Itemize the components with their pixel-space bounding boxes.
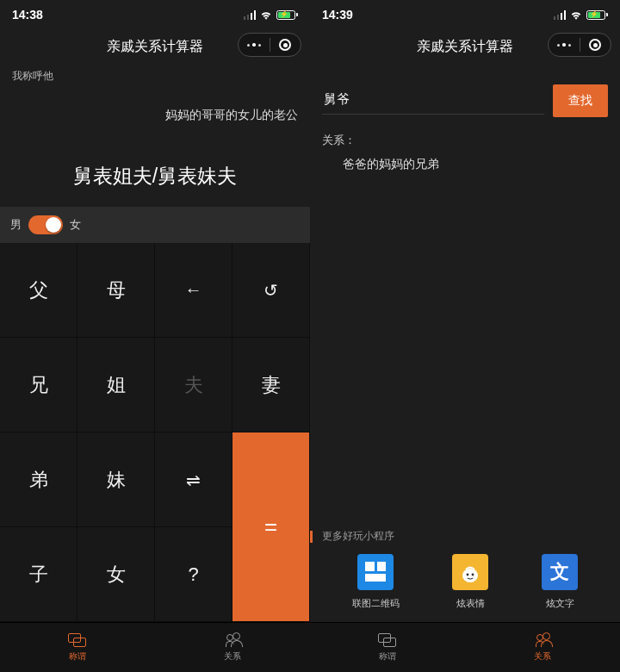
keypad: 父 母 ← ↺ 兄 姐 夫 妻 弟 妹 ⇌ = 子 女 ?	[0, 243, 310, 622]
key-younger-sister[interactable]: 妹	[78, 432, 155, 527]
status-indicators: ⚡	[244, 10, 299, 20]
tab-bar: 称谓 关系	[0, 622, 310, 672]
tab-guanxi[interactable]: 关系	[155, 623, 310, 672]
miniprogram-capsule[interactable]	[238, 33, 301, 57]
status-bar: 14:38 ⚡	[0, 0, 310, 29]
signal-icon	[554, 10, 567, 20]
page-title: 亲戚关系计算器	[417, 38, 513, 56]
tab-label: 关系	[224, 650, 241, 663]
prompt-label: 我称呼他	[12, 69, 298, 84]
text-icon: 文	[542, 554, 578, 590]
app-label: 炫文字	[546, 597, 574, 610]
status-bar: 14:39 ⚡	[310, 0, 620, 29]
wifi-icon	[570, 10, 582, 20]
key-son[interactable]: 子	[0, 527, 78, 622]
search-button[interactable]: 查找	[553, 84, 608, 117]
more-apps-heading: 更多好玩小程序	[322, 529, 608, 544]
tab-label: 关系	[534, 650, 551, 663]
battery-icon: ⚡	[276, 10, 298, 20]
miniprogram-capsule[interactable]	[548, 33, 611, 57]
app-xuan-biaoqing[interactable]: 炫表情	[452, 554, 488, 610]
app-label: 炫表情	[456, 597, 485, 610]
chat-icon	[68, 633, 87, 649]
status-indicators: ⚡	[554, 10, 609, 20]
key-mother[interactable]: 母	[78, 243, 155, 338]
screen-guanxi: 14:39 ⚡ 亲戚关系计算器 查找 关系： 爸爸的妈妈的兄	[310, 0, 620, 672]
people-icon	[536, 633, 552, 649]
svg-point-0	[462, 569, 478, 582]
gender-switch[interactable]	[28, 215, 63, 234]
people-icon	[226, 633, 242, 649]
tab-bar: 称谓 关系	[310, 622, 620, 672]
svg-point-2	[472, 574, 474, 576]
search-row: 查找	[322, 84, 608, 117]
search-input[interactable]	[322, 87, 544, 115]
key-husband[interactable]: 夫	[155, 338, 232, 432]
wifi-icon	[260, 10, 272, 20]
status-time: 14:39	[322, 8, 353, 22]
key-father[interactable]: 父	[0, 243, 78, 338]
svg-point-1	[467, 574, 469, 576]
key-equals[interactable]: =	[232, 432, 310, 622]
sticker-icon	[452, 554, 488, 590]
tab-chengwei[interactable]: 称谓	[310, 623, 465, 672]
capsule-menu-icon[interactable]	[239, 43, 270, 47]
key-help[interactable]: ?	[155, 527, 232, 622]
capsule-close-icon[interactable]	[270, 39, 301, 51]
app-liantu-qrcode[interactable]: 联图二维码	[352, 554, 400, 610]
key-younger-brother[interactable]: 弟	[0, 432, 78, 527]
relation-label: 关系：	[322, 133, 608, 148]
key-wife[interactable]: 妻	[232, 338, 310, 432]
signal-icon	[244, 10, 257, 20]
relation-value: 爸爸的妈妈的兄弟	[322, 157, 608, 172]
status-time: 14:38	[12, 8, 43, 22]
result-text: 舅表姐夫/舅表妹夫	[12, 163, 298, 190]
tab-label: 称谓	[379, 650, 396, 663]
app-xuan-wenzi[interactable]: 文 炫文字	[542, 554, 578, 610]
screen-chengwei: 14:38 ⚡ 亲戚关系计算器 我称呼他 妈妈的哥哥的女儿的老公 舅表姐夫/舅表…	[0, 0, 310, 672]
gender-male-label: 男	[10, 217, 22, 233]
gender-toggle-bar: 男 女	[0, 207, 310, 243]
tab-guanxi[interactable]: 关系	[465, 623, 620, 672]
key-backspace[interactable]: ←	[155, 243, 232, 338]
gender-female-label: 女	[70, 217, 81, 233]
key-swap[interactable]: ⇌	[155, 432, 232, 527]
key-elder-brother[interactable]: 兄	[0, 338, 78, 432]
key-daughter[interactable]: 女	[78, 527, 155, 622]
tab-label: 称谓	[69, 650, 86, 663]
capsule-close-icon[interactable]	[580, 39, 611, 51]
title-bar: 亲戚关系计算器	[310, 29, 620, 64]
capsule-menu-icon[interactable]	[549, 43, 580, 47]
key-elder-sister[interactable]: 姐	[78, 338, 155, 432]
tab-chengwei[interactable]: 称谓	[0, 623, 155, 672]
title-bar: 亲戚关系计算器	[0, 29, 310, 64]
page-title: 亲戚关系计算器	[107, 38, 203, 56]
key-reset[interactable]: ↺	[232, 243, 310, 338]
chat-icon	[378, 633, 397, 649]
relation-chain: 妈妈的哥哥的女儿的老公	[12, 108, 298, 123]
app-label: 联图二维码	[352, 597, 400, 610]
qrcode-icon	[357, 554, 394, 590]
battery-icon: ⚡	[586, 10, 608, 20]
apps-row: 联图二维码 炫表情 文 炫文字	[322, 554, 608, 622]
